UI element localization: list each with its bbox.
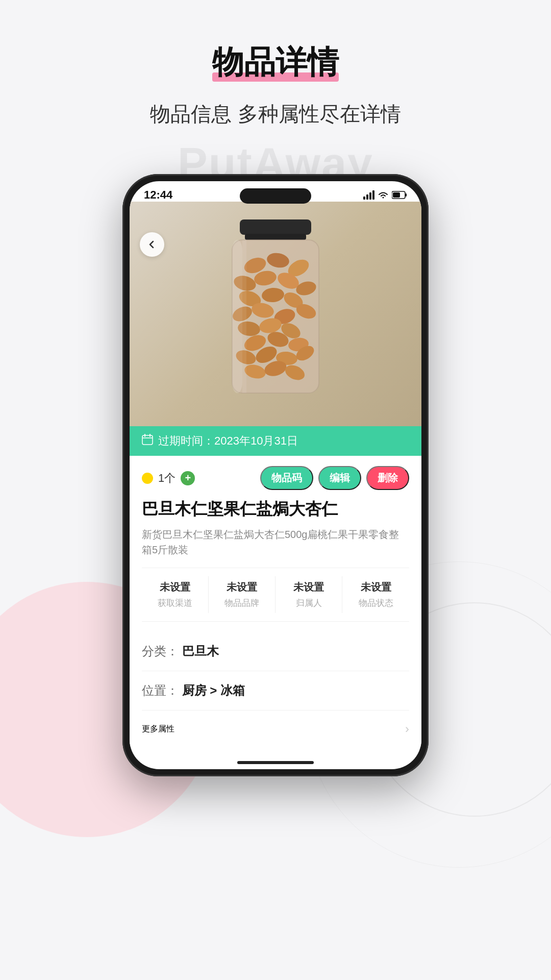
product-image-bg: [130, 202, 421, 426]
status-icons: [363, 190, 407, 200]
product-info-section: 1个 + 物品码 编辑 删除 巴旦木仁坚果仁盐焗大杏仁 新货巴旦木仁坚果仁盐焗大…: [130, 456, 421, 632]
back-icon: [147, 240, 157, 249]
more-attrs-label: 更多属性: [142, 724, 174, 734]
product-name: 巴旦木仁坚果仁盐焗大杏仁: [142, 498, 409, 521]
attr-label-source: 获取渠道: [144, 597, 206, 609]
attr-value-source: 未设置: [144, 580, 206, 594]
attributes-grid: 未设置 获取渠道 未设置 物品品牌 未设置 归属人 未设置 物品状态: [142, 568, 409, 622]
status-time: 12:44: [144, 188, 172, 202]
attr-value-brand: 未设置: [211, 580, 273, 594]
status-dot-yellow: [142, 473, 153, 484]
svg-rect-3: [372, 190, 374, 200]
category-row: 分类： 巴旦木: [142, 632, 409, 671]
product-description: 新货巴旦木仁坚果仁盐焗大杏仁500g扁桃仁果干果零食整箱5斤散装: [142, 527, 409, 557]
svg-rect-38: [242, 240, 246, 393]
attr-value-owner: 未设置: [278, 580, 340, 594]
attr-item-source: 未设置 获取渠道: [142, 576, 209, 613]
phone-mockup-wrapper: 12:44: [0, 174, 551, 776]
attr-value-status: 未设置: [344, 580, 407, 594]
svg-rect-8: [245, 234, 306, 240]
location-value: 厨房 > 冰箱: [182, 683, 245, 697]
wifi-icon: [378, 190, 389, 200]
svg-rect-5: [405, 193, 407, 197]
signal-icon: [363, 190, 374, 200]
more-attrs-row[interactable]: 更多属性 ›: [142, 710, 409, 747]
delete-button[interactable]: 删除: [366, 466, 409, 490]
svg-rect-7: [240, 219, 311, 235]
back-button[interactable]: [140, 232, 164, 257]
edit-button[interactable]: 编辑: [318, 466, 361, 490]
phone-frame: 12:44: [122, 174, 429, 776]
location-label: 位置：: [142, 683, 179, 697]
battery-icon: [392, 190, 407, 200]
location-row: 位置： 厨房 > 冰箱: [142, 671, 409, 710]
almond-jar-svg: [204, 214, 347, 413]
svg-rect-37: [232, 240, 242, 393]
attr-label-owner: 归属人: [278, 597, 340, 609]
action-buttons: 物品码 编辑 删除: [260, 466, 409, 490]
info-section: 分类： 巴旦木 位置： 厨房 > 冰箱 更多属性 ›: [130, 632, 421, 747]
expiry-banner: 过期时间：2023年10月31日: [130, 426, 421, 456]
attr-item-owner: 未设置 归属人: [276, 576, 342, 613]
header-section: 物品详情 物品信息 多种属性尽在详情: [0, 0, 551, 128]
barcode-button[interactable]: 物品码: [260, 466, 313, 490]
svg-rect-39: [142, 435, 153, 445]
attr-label-status: 物品状态: [344, 597, 407, 609]
category-label: 分类：: [142, 644, 179, 658]
svg-rect-2: [369, 192, 371, 200]
add-button[interactable]: +: [181, 471, 195, 485]
svg-rect-6: [393, 192, 400, 198]
expiry-text: 过期时间：2023年10月31日: [158, 433, 298, 449]
expiry-icon: [142, 434, 153, 448]
attr-label-brand: 物品品牌: [211, 597, 273, 609]
home-indicator: [237, 761, 314, 764]
svg-rect-0: [363, 197, 365, 200]
quantity-text: 1个: [158, 471, 176, 486]
quantity-group: 1个 +: [142, 471, 195, 486]
category-value: 巴旦木: [182, 644, 219, 658]
action-row: 1个 + 物品码 编辑 删除: [142, 466, 409, 490]
svg-rect-1: [366, 194, 368, 200]
attr-item-status: 未设置 物品状态: [342, 576, 409, 613]
phone-screen: 12:44: [130, 181, 421, 769]
calendar-icon: [142, 434, 153, 445]
page-subtitle: 物品信息 多种属性尽在详情: [0, 100, 551, 128]
chevron-right-icon: ›: [405, 722, 409, 736]
status-bar: 12:44: [130, 181, 421, 202]
attr-item-brand: 未设置 物品品牌: [209, 576, 276, 613]
product-image-area: [130, 202, 421, 426]
page-title: 物品详情: [212, 41, 339, 84]
camera-notch: [240, 188, 311, 204]
title-wrapper: 物品详情: [212, 41, 339, 84]
